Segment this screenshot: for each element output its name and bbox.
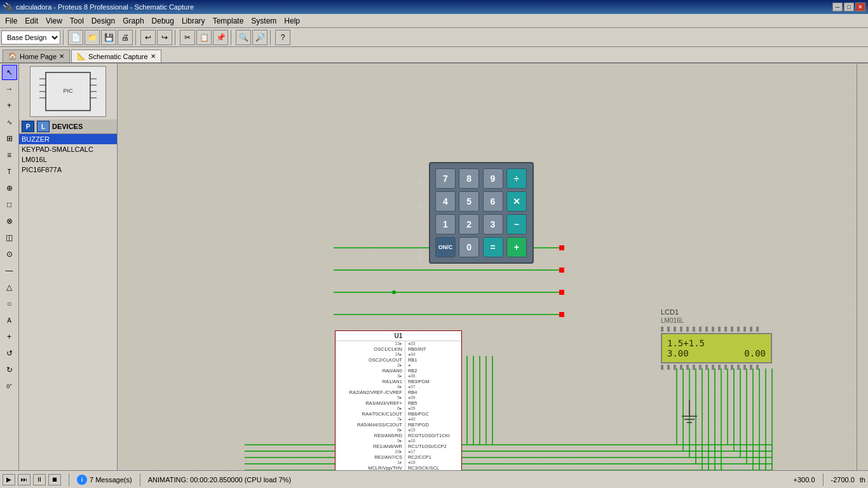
key-equals[interactable]: = (483, 237, 503, 257)
stop-button[interactable]: ⏹ (48, 474, 61, 485)
sidebar-tool-add[interactable]: + (2, 329, 17, 344)
th-label: th (860, 476, 865, 484)
tab-schematic[interactable]: 📐 Schematic Capture ✕ (71, 50, 161, 62)
device-item-pic16f877a[interactable]: PIC16F877A (19, 165, 117, 175)
sidebar-tool-bus[interactable]: ⊞ (2, 131, 17, 146)
redo-btn[interactable]: ↪ (157, 30, 172, 45)
sidebar-tool-junction[interactable]: + (2, 98, 17, 113)
lcd-pin-b12 (731, 365, 733, 370)
key-multiply[interactable]: ✕ (506, 191, 527, 212)
design-select[interactable]: Base Design (1, 30, 60, 44)
lcd-pin-5 (686, 327, 689, 332)
play-button[interactable]: ▶ (3, 474, 15, 485)
key-6[interactable]: 6 (483, 191, 503, 212)
menu-item-design[interactable]: Design (88, 15, 119, 27)
menu-item-graph[interactable]: Graph (119, 15, 147, 27)
sidebar-tool-text[interactable]: T (2, 164, 17, 179)
help-btn[interactable]: ? (275, 30, 290, 45)
zoom-in-btn[interactable]: 🔍 (236, 30, 251, 45)
maximize-button[interactable]: □ (844, 3, 854, 11)
save-btn[interactable]: 💾 (101, 30, 116, 45)
open-btn[interactable]: 📁 (85, 30, 100, 45)
key-7[interactable]: 7 (435, 168, 456, 189)
sidebar-tool-wire[interactable]: ∿ (2, 114, 17, 130)
device-list: BUZZERKEYPAD-SMALLCALCLM016LPIC16F877A (19, 134, 117, 470)
sep5 (270, 30, 273, 45)
lcd-pin-b10 (718, 365, 721, 370)
playback-controls: ▶ ⏭ ⏸ ⏹ (3, 474, 61, 485)
menu-item-debug[interactable]: Debug (148, 15, 178, 27)
panel-p-btn[interactable]: P (22, 121, 34, 132)
menu-item-template[interactable]: Template (209, 15, 248, 27)
sidebar-tool-circle[interactable]: ○ (2, 296, 17, 311)
app-icon: 🔌 (3, 2, 13, 12)
tab-schematic-close[interactable]: ✕ (151, 53, 156, 60)
device-item-lm016l[interactable]: LM016L (19, 154, 117, 165)
copy-btn[interactable]: 📋 (196, 30, 212, 45)
key-8[interactable]: 8 (459, 168, 479, 189)
svg-rect-54 (559, 245, 564, 250)
lcd-pin-11 (724, 327, 727, 332)
minimize-button[interactable]: ─ (832, 3, 843, 11)
key-4[interactable]: 4 (435, 191, 456, 212)
menu-item-tool[interactable]: Tool (66, 15, 88, 27)
device-item-keypad-smallcalc[interactable]: KEYPAD-SMALLCALC (19, 144, 117, 154)
key-add[interactable]: + (506, 237, 527, 257)
close-button[interactable]: ✕ (855, 3, 865, 11)
pause-button[interactable]: ⏸ (33, 474, 46, 485)
sidebar-tool-triangle[interactable]: △ (2, 280, 17, 295)
lcd-line2: 3.00 0.00 (667, 348, 766, 358)
menu-item-library[interactable]: Library (178, 15, 209, 27)
menu-item-view[interactable]: View (42, 15, 66, 27)
menu-item-edit[interactable]: Edit (21, 15, 42, 27)
device-panel-title: DEVICES (52, 123, 83, 130)
menu-item-file[interactable]: File (1, 15, 21, 27)
lcd-pin-10 (718, 327, 721, 332)
step-button[interactable]: ⏭ (18, 474, 31, 485)
sidebar-tool-instrument[interactable]: ⊙ (2, 247, 17, 262)
sidebar-tool-label[interactable]: ≡ (2, 147, 17, 163)
panel-l-btn[interactable]: L (37, 121, 50, 132)
sidebar-tool-probe[interactable]: ⊗ (2, 214, 17, 229)
paste-btn[interactable]: 📌 (213, 30, 228, 45)
undo-btn[interactable]: ↩ (140, 30, 156, 45)
sidebar-tool-line[interactable]: — (2, 263, 17, 278)
sidebar-tool-select[interactable]: ↖ (2, 65, 17, 80)
canvas-area[interactable]: U1 13▸ OSC1/CLKIN ◂33 RB0/INT 14▸ (118, 64, 868, 470)
lcd-pin-13 (737, 327, 740, 332)
new-btn[interactable]: 📄 (68, 30, 83, 45)
sidebar-tool-component[interactable]: □ (2, 197, 17, 212)
lcd-pin-1 (661, 327, 663, 332)
cut-btn[interactable]: ✂ (180, 30, 195, 45)
sidebar-tool-script[interactable]: ⊕ (2, 180, 17, 196)
print-btn[interactable]: 🖨 (118, 30, 133, 45)
key-subtract[interactable]: − (506, 214, 527, 234)
sidebar-tool-pin[interactable]: → (2, 81, 17, 97)
lcd-pin-16 (756, 327, 759, 332)
tab-home[interactable]: 🏠 Home Page ✕ (3, 50, 70, 62)
zoom-out-btn[interactable]: 🔎 (252, 30, 268, 45)
key-0[interactable]: 0 (459, 237, 479, 257)
key-2[interactable]: 2 (459, 214, 479, 234)
key-9[interactable]: 9 (483, 168, 503, 189)
tab-home-close[interactable]: ✕ (59, 53, 64, 60)
key-divide[interactable]: ÷ (506, 168, 527, 189)
device-item-buzzer[interactable]: BUZZER (19, 134, 117, 144)
key-onc[interactable]: ON/C (435, 237, 456, 257)
sidebar-tool-rotate-ccw[interactable]: ↺ (2, 346, 17, 361)
key-3[interactable]: 3 (483, 214, 503, 234)
key-1[interactable]: 1 (435, 214, 456, 234)
sidebar-tool-graph[interactable]: ◫ (2, 230, 17, 245)
coord2: -2700.0 (831, 476, 855, 484)
menu-item-help[interactable]: Help (280, 15, 304, 27)
key-5[interactable]: 5 (459, 191, 479, 212)
lcd-pin-8 (705, 327, 708, 332)
lcd-pin-3 (674, 327, 676, 332)
sidebar-tool-textdraw[interactable]: A (2, 313, 17, 328)
sidebar-tool-rotate-cw[interactable]: ↻ (2, 362, 17, 377)
lcd-pin-b4 (680, 365, 682, 370)
menu-item-system[interactable]: System (247, 15, 280, 27)
sidebar-tool-angle[interactable]: 0° (2, 379, 17, 394)
menu-bar: FileEditViewToolDesignGraphDebugLibraryT… (0, 14, 868, 28)
main-layout: ↖ → + ∿ ⊞ ≡ T ⊕ □ ⊗ ◫ ⊙ — △ ○ A + ↺ ↻ 0° (0, 64, 868, 470)
